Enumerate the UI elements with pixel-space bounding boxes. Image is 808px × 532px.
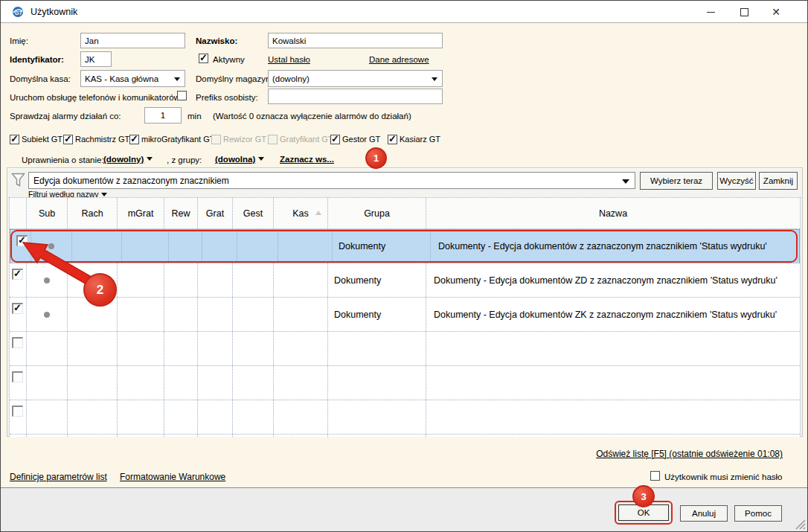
cell-nazwa — [426, 366, 800, 400]
table-row[interactable]: Dokumenty Dokumenty - Edycja dokumentów … — [10, 229, 800, 263]
last-name-label: Nazwisko: — [196, 36, 237, 45]
table-row[interactable]: Dokumenty Dokumenty - Edycja dokumentów … — [10, 263, 800, 298]
cell-mgrat — [122, 230, 169, 263]
header-checkbox-col[interactable] — [10, 198, 27, 228]
last-name-input[interactable] — [268, 33, 443, 48]
title-bar: GT Użytkownik ✕ — [1, 1, 807, 23]
alarm-interval-input[interactable] — [144, 107, 182, 124]
cell-rew — [164, 332, 198, 365]
permissions-state-dropdown[interactable]: (dowolny) — [103, 155, 153, 164]
header-rew[interactable]: Rew — [164, 198, 198, 228]
alarm-interval-label: Sprawdzaj alarmy działań co: — [10, 112, 121, 121]
cell-grat — [198, 400, 233, 434]
refresh-list-link[interactable]: Odśwież listę [F5] (ostatnie odświeżenie… — [596, 449, 783, 459]
help-button[interactable]: Pomoc — [734, 505, 782, 522]
header-grat[interactable]: Grat — [198, 198, 233, 228]
cell-sub — [27, 366, 68, 400]
default-cash-select[interactable]: KAS - Kasa główna — [80, 70, 185, 87]
cell-grat — [198, 298, 233, 331]
personal-prefix-input[interactable] — [268, 89, 443, 104]
set-password-link[interactable]: Ustal hasło — [268, 55, 310, 64]
clear-filter-button[interactable]: Wyczyść — [717, 172, 756, 190]
close-button[interactable]: ✕ — [765, 4, 787, 20]
app-checkbox-rewizor[interactable]: Rewizor GT — [211, 135, 266, 144]
annotation-badge-1: 1 — [365, 147, 387, 169]
app-checkbox-kasiarz[interactable]: Kasiarz GT — [388, 135, 440, 144]
table-row[interactable] — [10, 400, 800, 435]
row-checkbox[interactable] — [12, 337, 23, 348]
cell-rach — [68, 366, 118, 400]
select-all-link[interactable]: Zaznacz ws... — [280, 155, 334, 164]
table-row[interactable] — [10, 332, 800, 366]
cell-gest — [233, 400, 274, 434]
cell-grat — [198, 332, 233, 365]
address-data-link[interactable]: Dane adresowe — [369, 55, 429, 64]
header-rach[interactable]: Rach — [68, 198, 118, 228]
checkbox-icon — [211, 135, 221, 144]
cell-rach — [68, 298, 118, 331]
cancel-button[interactable]: Anuluj — [680, 505, 728, 522]
header-kas[interactable]: Kas — [274, 198, 328, 228]
header-grupa[interactable]: Grupa — [328, 198, 426, 228]
cell-grupa: Dokumenty — [328, 298, 426, 331]
cell-kas — [274, 366, 328, 400]
ok-button[interactable]: OK — [618, 504, 669, 521]
minimize-button[interactable] — [699, 4, 722, 20]
app-checkbox-rachmistrz[interactable]: Rachmistrz GT — [63, 135, 129, 144]
header-nazwa[interactable]: Nazwa — [426, 198, 800, 228]
resize-grip[interactable] — [795, 519, 806, 530]
app-checkbox-subiekt[interactable]: Subiekt GT — [10, 135, 62, 144]
permission-dot — [44, 312, 50, 318]
header-gest[interactable]: Gest — [233, 198, 274, 228]
cell-sub — [27, 332, 68, 365]
row-checkbox[interactable] — [12, 303, 23, 314]
checkbox-icon — [268, 135, 278, 144]
maximize-button[interactable] — [733, 4, 755, 20]
active-checkbox[interactable] — [199, 54, 208, 63]
row-checkbox[interactable] — [12, 406, 23, 417]
cell-grat — [198, 263, 233, 297]
default-warehouse-label: Domyślny magazyn: — [196, 74, 273, 83]
must-change-password-label: Użytkownik musi zmienić hasło — [664, 472, 783, 481]
conditional-formatting-link[interactable]: Formatowanie Warunkowe — [120, 472, 225, 482]
cell-mgrat — [118, 332, 164, 365]
list-parameter-definitions-link[interactable]: Definicje parametrów list — [10, 472, 107, 482]
maximize-icon — [740, 8, 748, 16]
app-label: Rachmistrz GT — [75, 135, 129, 144]
filter-panel: Edycja dokumentów z zaznaczonym znacznik… — [7, 167, 803, 437]
phone-support-checkbox[interactable] — [177, 91, 187, 100]
close-icon: ✕ — [772, 7, 780, 17]
header-mgrat[interactable]: mGrat — [118, 198, 164, 228]
identifier-label: Identyfikator: — [10, 55, 64, 64]
permissions-group-dropdown[interactable]: (dowolna) — [215, 155, 264, 164]
row-checkbox[interactable] — [16, 235, 28, 246]
cell-nazwa: Dokumenty - Edycja dokumentów ZK z zazna… — [426, 298, 800, 331]
close-filter-button[interactable]: Zamknij — [759, 172, 798, 190]
app-label: Subiekt GT — [22, 135, 62, 144]
row-checkbox[interactable] — [12, 371, 23, 382]
cell-nazwa — [426, 400, 800, 434]
checkbox-icon — [330, 135, 340, 144]
first-name-label: Imię: — [10, 36, 28, 45]
header-sub[interactable]: Sub — [27, 198, 68, 228]
first-name-input[interactable] — [80, 33, 185, 48]
checkbox-icon — [63, 135, 73, 144]
cell-sub — [31, 230, 72, 263]
chevron-down-icon — [622, 179, 629, 184]
ok-button-highlight: OK — [615, 501, 673, 525]
app-checkbox-gestor[interactable]: Gestor GT — [330, 135, 380, 144]
table-row[interactable] — [10, 366, 800, 400]
choose-now-button[interactable]: Wybierz teraz — [640, 172, 713, 190]
table-row[interactable]: Dokumenty Dokumenty - Edycja dokumentów … — [10, 298, 800, 332]
default-warehouse-select[interactable]: (dowolny) — [268, 70, 443, 87]
row-checkbox[interactable] — [12, 269, 23, 280]
filter-combobox[interactable]: Edycja dokumentów z zaznaczonym znacznik… — [28, 172, 635, 189]
cell-gest — [233, 263, 274, 297]
app-checkbox-gratyfikant[interactable]: Gratyfikant GT — [268, 135, 333, 144]
cell-gest — [233, 298, 274, 331]
must-change-password-checkbox[interactable] — [650, 471, 660, 481]
identifier-input[interactable] — [80, 51, 112, 67]
cell-mgrat — [118, 298, 164, 331]
cell-grupa: Dokumenty — [328, 263, 426, 297]
app-checkbox-mikrogratyfikant[interactable]: mikroGratyfikant GT — [129, 135, 214, 144]
